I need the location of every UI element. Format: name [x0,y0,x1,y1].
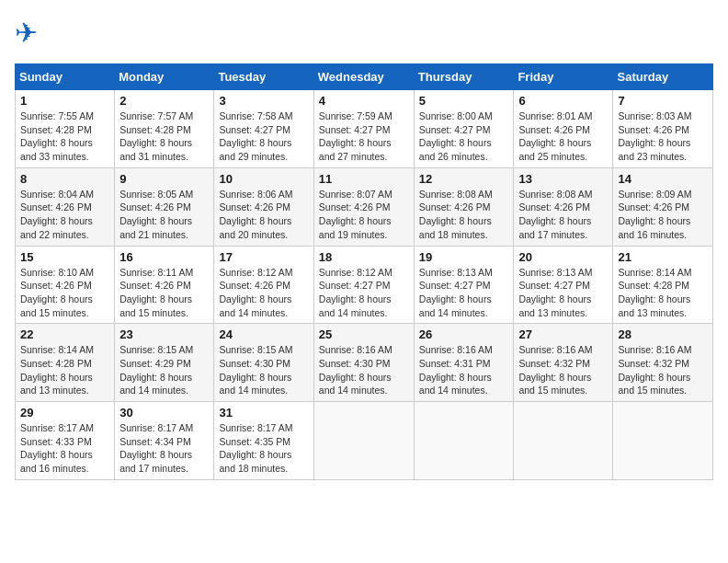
day-number: 26 [419,327,509,341]
calendar-cell: 6 Sunrise: 8:01 AMSunset: 4:26 PMDayligh… [514,90,613,168]
calendar-week-row: 1 Sunrise: 7:55 AMSunset: 4:28 PMDayligh… [16,90,713,168]
calendar-cell: 3 Sunrise: 7:58 AMSunset: 4:27 PMDayligh… [214,90,313,168]
calendar-cell: 21 Sunrise: 8:14 AMSunset: 4:28 PMDaylig… [613,246,713,324]
calendar-cell [613,402,713,480]
day-info: Sunrise: 8:17 AMSunset: 4:34 PMDaylight:… [119,422,193,474]
day-number: 10 [219,172,308,186]
day-number: 14 [618,172,708,186]
day-number: 5 [419,94,509,108]
weekday-header-wednesday: Wednesday [313,64,414,90]
calendar-cell: 9 Sunrise: 8:05 AMSunset: 4:26 PMDayligh… [115,167,214,246]
weekday-header-saturday: Saturday [613,64,713,90]
day-number: 1 [20,94,109,108]
calendar-cell: 8 Sunrise: 8:04 AMSunset: 4:26 PMDayligh… [16,167,115,246]
calendar-cell: 17 Sunrise: 8:12 AMSunset: 4:26 PMDaylig… [214,246,313,324]
calendar-cell: 13 Sunrise: 8:08 AMSunset: 4:26 PMDaylig… [514,167,613,246]
calendar-cell: 29 Sunrise: 8:17 AMSunset: 4:33 PMDaylig… [16,402,115,480]
day-number: 3 [219,94,308,108]
day-info: Sunrise: 7:57 AMSunset: 4:28 PMDaylight:… [119,110,193,162]
calendar-cell: 23 Sunrise: 8:15 AMSunset: 4:29 PMDaylig… [115,324,214,402]
day-number: 22 [20,327,109,341]
day-number: 18 [319,250,409,264]
day-info: Sunrise: 8:13 AMSunset: 4:27 PMDaylight:… [518,267,592,318]
calendar-cell: 16 Sunrise: 8:11 AMSunset: 4:26 PMDaylig… [115,246,214,324]
day-number: 31 [219,406,308,419]
day-info: Sunrise: 8:16 AMSunset: 4:31 PMDaylight:… [419,344,493,396]
day-info: Sunrise: 8:08 AMSunset: 4:26 PMDaylight:… [419,189,493,240]
calendar-cell: 5 Sunrise: 8:00 AMSunset: 4:27 PMDayligh… [414,90,514,168]
day-number: 23 [119,327,209,341]
day-info: Sunrise: 8:03 AMSunset: 4:26 PMDaylight:… [618,110,691,162]
day-info: Sunrise: 8:07 AMSunset: 4:26 PMDaylight:… [319,189,392,240]
day-number: 15 [20,250,109,264]
calendar-cell: 31 Sunrise: 8:17 AMSunset: 4:35 PMDaylig… [214,402,313,480]
day-info: Sunrise: 8:04 AMSunset: 4:26 PMDaylight:… [20,189,94,240]
calendar-cell: 24 Sunrise: 8:15 AMSunset: 4:30 PMDaylig… [214,324,313,402]
day-info: Sunrise: 8:06 AMSunset: 4:26 PMDaylight:… [219,189,292,240]
calendar-cell: 22 Sunrise: 8:14 AMSunset: 4:28 PMDaylig… [16,324,115,402]
day-info: Sunrise: 8:16 AMSunset: 4:32 PMDaylight:… [618,344,691,396]
day-info: Sunrise: 8:12 AMSunset: 4:27 PMDaylight:… [319,267,392,318]
calendar-cell [414,402,514,480]
day-info: Sunrise: 8:17 AMSunset: 4:33 PMDaylight:… [20,422,94,474]
calendar-cell: 12 Sunrise: 8:08 AMSunset: 4:26 PMDaylig… [414,167,514,246]
calendar-cell: 7 Sunrise: 8:03 AMSunset: 4:26 PMDayligh… [613,90,713,168]
calendar-cell: 11 Sunrise: 8:07 AMSunset: 4:26 PMDaylig… [313,167,414,246]
calendar-body: 1 Sunrise: 7:55 AMSunset: 4:28 PMDayligh… [16,90,713,480]
calendar-cell: 28 Sunrise: 8:16 AMSunset: 4:32 PMDaylig… [613,324,713,402]
logo-icon: ✈ [15,15,55,52]
day-info: Sunrise: 8:14 AMSunset: 4:28 PMDaylight:… [20,344,94,396]
day-info: Sunrise: 8:05 AMSunset: 4:26 PMDaylight:… [119,189,193,240]
day-info: Sunrise: 8:14 AMSunset: 4:28 PMDaylight:… [618,267,691,318]
calendar-cell: 4 Sunrise: 7:59 AMSunset: 4:27 PMDayligh… [313,90,414,168]
logo: ✈ [15,15,59,52]
calendar-cell: 26 Sunrise: 8:16 AMSunset: 4:31 PMDaylig… [414,324,514,402]
day-number: 7 [618,94,708,108]
weekday-header-tuesday: Tuesday [214,64,313,90]
calendar-week-row: 29 Sunrise: 8:17 AMSunset: 4:33 PMDaylig… [16,402,713,480]
day-info: Sunrise: 8:01 AMSunset: 4:26 PMDaylight:… [518,110,592,162]
day-number: 11 [319,172,409,186]
day-number: 24 [219,327,308,341]
weekday-header-friday: Friday [514,64,613,90]
calendar-header-row: SundayMondayTuesdayWednesdayThursdayFrid… [16,64,713,90]
day-number: 25 [319,327,409,341]
day-number: 19 [419,250,509,264]
calendar-cell: 15 Sunrise: 8:10 AMSunset: 4:26 PMDaylig… [16,246,115,324]
day-number: 8 [20,172,109,186]
calendar-cell [514,402,613,480]
calendar-cell: 18 Sunrise: 8:12 AMSunset: 4:27 PMDaylig… [313,246,414,324]
calendar-cell [313,402,414,480]
page-header: ✈ [15,15,713,52]
day-info: Sunrise: 7:59 AMSunset: 4:27 PMDaylight:… [319,110,392,162]
day-number: 30 [119,406,209,419]
day-info: Sunrise: 8:15 AMSunset: 4:30 PMDaylight:… [219,344,292,396]
day-info: Sunrise: 8:15 AMSunset: 4:29 PMDaylight:… [119,344,193,396]
day-info: Sunrise: 8:08 AMSunset: 4:26 PMDaylight:… [518,189,592,240]
calendar-week-row: 15 Sunrise: 8:10 AMSunset: 4:26 PMDaylig… [16,246,713,324]
day-info: Sunrise: 8:11 AMSunset: 4:26 PMDaylight:… [119,267,193,318]
calendar-cell: 19 Sunrise: 8:13 AMSunset: 4:27 PMDaylig… [414,246,514,324]
weekday-header-monday: Monday [115,64,214,90]
day-info: Sunrise: 7:58 AMSunset: 4:27 PMDaylight:… [219,110,292,162]
day-number: 6 [518,94,608,108]
day-info: Sunrise: 8:09 AMSunset: 4:26 PMDaylight:… [618,189,691,240]
day-info: Sunrise: 8:17 AMSunset: 4:35 PMDaylight:… [219,422,292,474]
calendar-cell: 20 Sunrise: 8:13 AMSunset: 4:27 PMDaylig… [514,246,613,324]
day-number: 27 [518,327,608,341]
day-number: 20 [518,250,608,264]
day-number: 12 [419,172,509,186]
day-number: 2 [119,94,209,108]
day-info: Sunrise: 8:00 AMSunset: 4:27 PMDaylight:… [419,110,493,162]
day-info: Sunrise: 8:12 AMSunset: 4:26 PMDaylight:… [219,267,292,318]
calendar-cell: 30 Sunrise: 8:17 AMSunset: 4:34 PMDaylig… [115,402,214,480]
weekday-header-thursday: Thursday [414,64,514,90]
day-number: 16 [119,250,209,264]
calendar-cell: 1 Sunrise: 7:55 AMSunset: 4:28 PMDayligh… [16,90,115,168]
day-info: Sunrise: 7:55 AMSunset: 4:28 PMDaylight:… [20,110,94,162]
day-info: Sunrise: 8:13 AMSunset: 4:27 PMDaylight:… [419,267,493,318]
day-info: Sunrise: 8:16 AMSunset: 4:32 PMDaylight:… [518,344,592,396]
day-number: 28 [618,327,708,341]
calendar-table: SundayMondayTuesdayWednesdayThursdayFrid… [15,63,713,480]
day-number: 9 [119,172,209,186]
